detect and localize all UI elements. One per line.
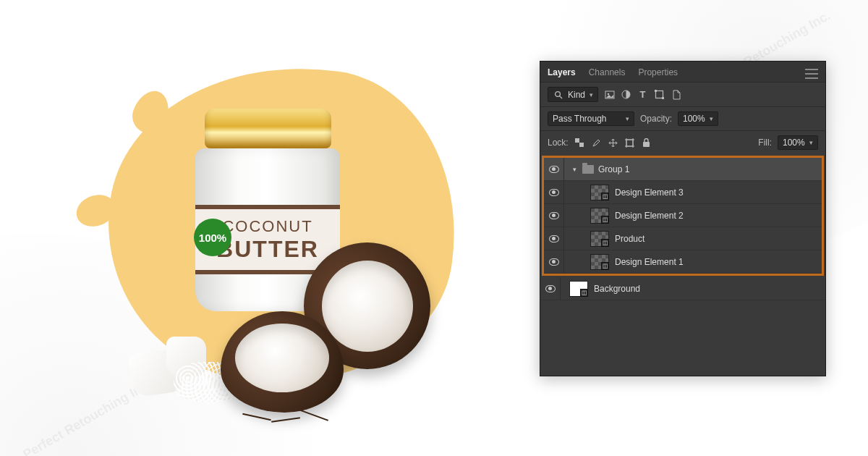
chevron-down-icon[interactable]: ▾ bbox=[573, 166, 576, 173]
layer-row[interactable]: ◫ Design Element 1 bbox=[544, 250, 822, 274]
tab-properties[interactable]: Properties bbox=[638, 67, 678, 80]
panel-menu-icon[interactable] bbox=[805, 69, 818, 79]
layer-thumbnail: ◫ bbox=[590, 208, 609, 224]
filter-adjust-icon[interactable] bbox=[621, 89, 631, 100]
eye-icon bbox=[549, 235, 559, 242]
eye-icon bbox=[549, 166, 559, 173]
chevron-down-icon: ▾ bbox=[809, 139, 813, 146]
svg-rect-10 bbox=[579, 143, 584, 147]
layer-name: Design Element 3 bbox=[615, 187, 684, 198]
lock-artboard-icon[interactable] bbox=[624, 138, 635, 148]
eye-icon bbox=[549, 189, 559, 196]
layer-row-group[interactable]: ▾ Group 1 bbox=[544, 158, 822, 181]
visibility-toggle[interactable] bbox=[544, 250, 564, 273]
eye-icon bbox=[545, 285, 556, 292]
visibility-toggle[interactable] bbox=[544, 158, 564, 180]
tab-layers[interactable]: Layers bbox=[548, 67, 576, 80]
search-icon bbox=[553, 89, 563, 100]
fill-select[interactable]: 100% ▾ bbox=[778, 135, 818, 150]
layer-name: Product bbox=[615, 234, 644, 244]
layer-thumbnail: ◫ bbox=[590, 254, 609, 270]
visibility-toggle[interactable] bbox=[540, 277, 561, 300]
filter-smart-icon[interactable] bbox=[671, 89, 681, 100]
visibility-toggle[interactable] bbox=[544, 204, 564, 227]
blend-mode-row: Pass Through ▾ Opacity: 100% ▾ bbox=[540, 106, 825, 130]
lock-move-icon[interactable] bbox=[608, 138, 618, 148]
svg-rect-16 bbox=[643, 142, 650, 147]
fill-value: 100% bbox=[783, 138, 805, 148]
eye-icon bbox=[549, 258, 559, 266]
chevron-down-icon: ▾ bbox=[590, 91, 593, 98]
smart-object-icon: ◫ bbox=[601, 262, 609, 270]
filter-shape-icon[interactable] bbox=[654, 89, 665, 100]
svg-line-1 bbox=[559, 96, 561, 98]
product-illustration: COCONUT BUTTER 100% bbox=[65, 43, 470, 413]
layer-row-background[interactable]: ◫ Background bbox=[540, 277, 825, 300]
smart-object-icon: ◫ bbox=[601, 239, 609, 247]
layer-row[interactable]: ◫ Design Element 2 bbox=[544, 204, 822, 227]
svg-rect-11 bbox=[626, 140, 633, 146]
layer-name: Design Element 2 bbox=[615, 211, 684, 221]
layer-name: Design Element 1 bbox=[615, 257, 684, 267]
panel-tabs: Layers Channels Properties bbox=[540, 62, 825, 82]
blend-mode-value: Pass Through bbox=[553, 114, 607, 124]
chevron-down-icon: ▾ bbox=[626, 115, 629, 122]
layer-stack: ▾ Group 1 ◫ Design Element 3 ◫ Design El… bbox=[540, 154, 825, 376]
blend-mode-select[interactable]: Pass Through ▾ bbox=[548, 111, 634, 126]
layers-panel: Layers Channels Properties Kind ▾ T Pass… bbox=[540, 61, 826, 376]
layer-filter-toolbar: Kind ▾ T bbox=[540, 82, 825, 106]
eye-icon bbox=[549, 212, 559, 219]
group-highlight: ▾ Group 1 ◫ Design Element 3 ◫ Design El… bbox=[542, 156, 824, 276]
filter-type-icon[interactable]: T bbox=[637, 89, 648, 100]
opacity-select[interactable]: 100% ▾ bbox=[678, 111, 718, 126]
filter-kind-select[interactable]: Kind ▾ bbox=[548, 87, 598, 102]
coconut-half bbox=[221, 311, 344, 413]
svg-rect-6 bbox=[655, 90, 657, 92]
visibility-toggle[interactable] bbox=[544, 181, 564, 203]
layer-row[interactable]: ◫ Design Element 3 bbox=[544, 181, 822, 204]
lock-row: Lock: Fill: 100% ▾ bbox=[540, 130, 825, 154]
folder-icon bbox=[582, 165, 594, 174]
filter-pixel-icon[interactable] bbox=[604, 89, 615, 100]
layer-thumbnail: ◫ bbox=[590, 185, 609, 200]
layer-name: Group 1 bbox=[598, 164, 629, 174]
layer-name: Background bbox=[594, 284, 640, 294]
tab-channels[interactable]: Channels bbox=[589, 67, 626, 80]
svg-point-0 bbox=[555, 91, 560, 96]
visibility-toggle[interactable] bbox=[544, 227, 564, 250]
lock-label: Lock: bbox=[548, 138, 569, 148]
opacity-value: 100% bbox=[683, 114, 705, 124]
lock-brush-icon[interactable] bbox=[591, 138, 602, 148]
jar-lid bbox=[205, 109, 331, 148]
smart-object-icon: ◫ bbox=[601, 193, 609, 200]
badge-100: 100% bbox=[194, 219, 231, 256]
fill-label: Fill: bbox=[758, 138, 772, 148]
lock-transparency-icon[interactable] bbox=[574, 138, 585, 148]
layer-thumbnail: ◫ bbox=[590, 231, 609, 247]
svg-rect-7 bbox=[662, 97, 664, 99]
lock-all-icon[interactable] bbox=[641, 138, 652, 148]
smart-object-icon: ◫ bbox=[580, 289, 588, 297]
smart-object-icon: ◫ bbox=[601, 216, 609, 224]
svg-rect-9 bbox=[575, 138, 579, 143]
chevron-down-icon: ▾ bbox=[710, 115, 713, 122]
opacity-label: Opacity: bbox=[640, 114, 672, 124]
layer-thumbnail: ◫ bbox=[569, 281, 588, 297]
svg-point-3 bbox=[607, 93, 609, 95]
filter-kind-label: Kind bbox=[568, 90, 585, 100]
label-line1: COCONUT bbox=[222, 217, 312, 236]
layer-row[interactable]: ◫ Product bbox=[544, 227, 822, 250]
